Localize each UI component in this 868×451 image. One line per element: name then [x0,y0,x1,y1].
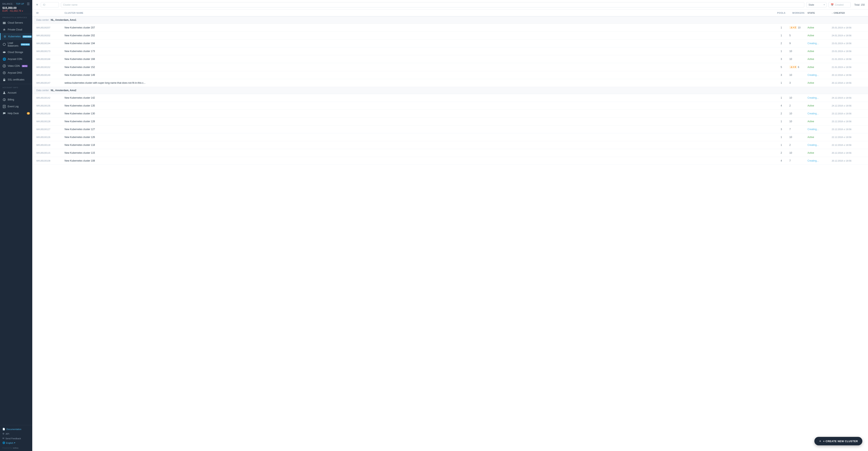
cell-name: New Kubernetes cluster 115 [65,151,773,154]
date-filter[interactable]: 📅 Created [829,2,851,7]
table-row[interactable]: WKUB100118 New Kubernetes cluster 118 1 … [32,141,868,149]
cell-state: Active [807,66,832,68]
cell-workers: 9 [789,42,807,45]
cell-id: WKUB100168 [36,58,65,60]
cell-created: 20.12.2018 at 18:56 [832,74,864,76]
cell-id: WKUB100108 [36,159,65,162]
sidebar-item-label-help-desk: Help Desk [8,112,19,115]
cell-workers: 5 [789,34,807,37]
balance-label: BALANCE: [2,3,13,5]
cell-created: 25.01.2019 at 18:56 [832,26,864,29]
table-row[interactable]: WKUB100173 New Kubernetes cluster 173 1 … [32,48,868,55]
th-cluster-name: Cluster name [65,12,773,14]
workers-warning-badge: ⚠ × 2 [789,26,797,29]
datacenter-label: Data center: [36,19,50,21]
cell-created: 23.12.2018 at 18:56 [832,120,864,123]
sidebar-item-ssl-certificates[interactable]: SSL certificates [0,76,32,83]
table-row[interactable]: WKUB100168 New Kubernetes cluster 168 3 … [32,55,868,63]
balance-usd: $15,350.00 [2,6,30,9]
anycast-dns-icon [2,71,6,74]
filter-icon[interactable]: ▼ [35,3,39,7]
warning-count: × 4 [793,66,796,68]
api-link[interactable]: ⚙ API [2,432,30,436]
create-button-label: + CREATE NEW CLUSTER [823,440,858,443]
cluster-name-filter-input[interactable] [61,2,804,7]
sidebar-item-cloud-storage[interactable]: Cloud Storage [0,49,32,56]
cell-pools: 2 [773,42,789,45]
table-row[interactable]: WKUB100108 New Kubernetes cluster 108 4 … [32,157,868,165]
cell-id: WKUB100173 [36,50,65,53]
id-filter-input[interactable] [41,2,59,7]
state-filter-wrapper: State [806,2,827,7]
sidebar-item-load-balancers[interactable]: Load Balancers Preview [0,40,32,49]
sidebar-item-video-cdn[interactable]: Video CDN Beta [0,63,32,69]
cell-id: WKUB100142 [36,97,65,99]
sidebar-item-anycast-dns[interactable]: Anycast DNS [0,69,32,76]
sidebar-item-cloud-servers[interactable]: Cloud Servers [0,19,32,26]
cell-workers: 10 [789,73,807,77]
sidebar-item-label-account: Account [8,91,16,94]
sidebar-item-kubernetes[interactable]: ⚙ Kubernetes Preview [0,33,32,40]
cell-name: New Kubernetes cluster 207 [65,26,773,29]
table-row[interactable]: WKUB100194 New Kubernetes cluster 194 2 … [32,39,868,48]
table-row[interactable]: WKUB100207 New Kubernetes cluster 207 1 … [32,24,868,32]
cell-name: New Kubernetes cluster 152 [65,66,773,68]
table-row[interactable]: WKUB100135 New Kubernetes cluster 135 4 … [32,102,868,110]
create-new-cluster-button[interactable]: ＋ + CREATE NEW CLUSTER [814,437,862,445]
eur-label: EUR: [2,9,8,12]
sidebar-item-private-cloud[interactable]: Private Cloud [0,26,32,33]
table-row[interactable]: WKUB100127 New Kubernetes cluster 127 3 … [32,125,868,133]
table-row[interactable]: WKUB100115 New Kubernetes cluster 115 2 … [32,149,868,157]
language-selector[interactable]: 🌐 English ▾ [2,440,30,445]
cell-created: 24.12.2018 at 18:56 [832,104,864,107]
menu-toggle[interactable]: ☰ [27,2,30,6]
cell-created: 20.12.2018 at 18:56 [832,82,864,84]
cell-created: 21.01.2019 at 18:56 [832,58,864,60]
cell-id: WKUB100147 [36,82,65,84]
sidebar-item-help-desk[interactable]: Help Desk 2 [0,110,32,117]
video-cdn-icon [2,64,6,68]
cell-state: Creating... [807,42,832,45]
th-state[interactable]: State [807,12,832,14]
table-row[interactable]: WKUB100147 websa-kubernetes-cluster-with… [32,79,868,87]
table-row[interactable]: WKUB100142 New Kubernetes cluster 142 1 … [32,94,868,102]
event-log-icon [2,105,6,108]
cell-workers: 10 [789,58,807,61]
table-row[interactable]: WKUB100149 New Kubernetes cluster 149 3 … [32,71,868,79]
sidebar-item-account[interactable]: Account [0,89,32,96]
cell-pools: 4 [773,104,789,107]
warning-triangle-icon: ⚠ [790,26,793,29]
topup-link[interactable]: TOP-UP [16,3,24,5]
cell-created: 23.12.2018 at 18:56 [832,112,864,115]
svg-point-7 [4,72,5,73]
cell-id: WKUB100207 [36,26,65,29]
sidebar: BALANCE: TOP-UP ☰ $15,350.00 EUR: −€1,00… [0,0,32,451]
table-row[interactable]: WKUB100202 New Kubernetes cluster 202 1 … [32,32,868,39]
cell-pools: 1 [773,136,789,139]
cell-state: Active [807,104,832,107]
sidebar-item-anycast-cdn[interactable]: 🌐 Anycast CDN [0,56,32,63]
sidebar-item-label-kubernetes: Kubernetes [8,35,21,38]
workers-warning-badge: ⚠ × 4 [789,65,797,68]
table-row[interactable]: WKUB100152 New Kubernetes cluster 152 5 … [32,63,868,71]
state-filter-select[interactable]: State [806,2,827,7]
send-feedback-link[interactable]: ✉ Send Feedback [2,437,30,440]
table-row[interactable]: WKUB100128 New Kubernetes cluster 128 1 … [32,118,868,125]
table-row[interactable]: WKUB100130 New Kubernetes cluster 130 2 … [32,110,868,118]
load-balancers-preview-badge: Preview [21,43,30,46]
documentation-link[interactable]: 📄 Documentation [2,427,30,431]
svg-point-2 [3,43,5,46]
help-desk-icon [2,112,6,115]
sidebar-item-event-log[interactable]: Event Log [0,103,32,110]
send-feedback-label: Send Feedback [5,437,21,440]
table-row[interactable]: WKUB100126 New Kubernetes cluster 126 1 … [32,133,868,141]
cell-state: Creating... [807,73,832,77]
sidebar-item-billing[interactable]: $ Billing [0,96,32,103]
cell-workers: 10 [789,120,807,123]
cell-workers: 10 [789,50,807,53]
clusters-table: ID Cluster name Pools Workers State ↓ Cr… [32,10,868,451]
th-created[interactable]: ↓ Created [832,12,864,14]
api-label: API [6,433,9,435]
cell-pools: 1 [773,144,789,146]
cell-pools: 1 [773,26,789,29]
